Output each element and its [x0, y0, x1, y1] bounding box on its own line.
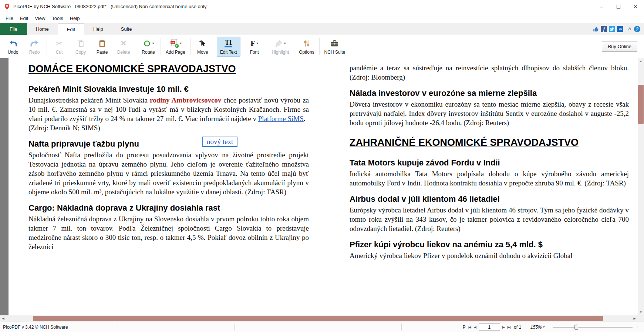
tab-home[interactable]: Home: [27, 23, 58, 35]
last-page-button[interactable]: ▶|: [507, 325, 511, 330]
svg-text:PDF: PDF: [171, 41, 175, 44]
help-glyph: ?: [636, 27, 638, 32]
options-button[interactable]: Options: [296, 37, 317, 57]
menu-help[interactable]: Help: [67, 14, 83, 23]
add-page-button[interactable]: PDF ▾ Add Page: [162, 37, 189, 57]
vertical-scrollbar-thumb[interactable]: [638, 85, 644, 124]
menu-view[interactable]: View: [31, 14, 48, 23]
next-page-button[interactable]: ▶: [502, 325, 505, 330]
article-body[interactable]: Americký výrobca liekov Pfizer v pondelo…: [350, 251, 629, 260]
toolbar-separator: [215, 38, 215, 55]
buy-online-button[interactable]: Buy Online: [602, 41, 637, 52]
sims-link[interactable]: Platforme SiMS: [258, 115, 304, 123]
twitter-icon[interactable]: [609, 26, 615, 32]
delete-label: Delete: [117, 50, 130, 55]
tab-edit[interactable]: Edit: [58, 23, 84, 35]
highlight-label: Highlight: [272, 50, 289, 55]
article-title[interactable]: Nálada investorov v eurozóne sa mierne z…: [350, 88, 629, 98]
titlebar: PicoPDF by NCH Software - 09082022.pdf* …: [0, 0, 644, 13]
add-page-caret-icon: ▾: [180, 41, 182, 45]
zoom-slider-track: [553, 327, 633, 328]
window-controls: [593, 0, 644, 13]
paste-label: Paste: [97, 50, 108, 55]
cut-button[interactable]: ✂ Cut: [48, 37, 70, 57]
horizontal-scrollbar[interactable]: ◀ ▶: [0, 315, 638, 322]
edit-text-button[interactable]: TI Edit Text: [217, 37, 240, 57]
nch-suite-icon: [330, 38, 339, 48]
delete-icon: ✕: [121, 38, 127, 48]
scroll-down-icon[interactable]: ▼: [638, 309, 644, 315]
article-body[interactable]: Dôvera investorov v ekonomiku eurozóny s…: [350, 100, 629, 127]
text-edit-box[interactable]: nový text: [202, 137, 237, 147]
close-button[interactable]: [627, 0, 644, 13]
section-heading-domestic[interactable]: DOMÁCE EKONOMICKÉ SPRAVODAJSTVO: [28, 63, 309, 75]
highlight-caret-icon: ▾: [284, 41, 286, 45]
text-edit-box-value: nový text: [207, 138, 233, 146]
add-page-label: Add Page: [166, 50, 185, 55]
article-body[interactable]: Indická automobilka Tata Motors podpísal…: [350, 169, 629, 188]
rotate-caret-icon: ▾: [152, 41, 154, 45]
zoom-level-dropdown[interactable]: 155%▾: [530, 325, 544, 330]
page-count-label: of 1: [514, 325, 521, 330]
zoom-in-button[interactable]: +: [634, 324, 640, 330]
paste-icon: [98, 38, 106, 48]
scroll-up-icon[interactable]: ▲: [638, 58, 644, 64]
linkedin-icon[interactable]: in: [617, 26, 623, 32]
highlight-button[interactable]: ▾ Highlight: [269, 37, 293, 57]
article-body[interactable]: Nákladná železničná doprava z Ukrajiny n…: [28, 214, 309, 251]
minimize-button[interactable]: [593, 0, 610, 13]
facebook-icon[interactable]: f: [601, 26, 607, 32]
help-icon[interactable]: ?: [634, 26, 640, 32]
collapse-ribbon-icon[interactable]: ^: [628, 26, 631, 32]
menu-file[interactable]: File: [2, 14, 17, 23]
toolbar-separator: [350, 38, 350, 55]
move-button[interactable]: Move: [192, 37, 213, 57]
article-title[interactable]: Cargo: Nákladná doprava z Ukrajiny dosia…: [28, 203, 309, 213]
delete-button[interactable]: ✕ Delete: [113, 37, 134, 57]
prev-page-button[interactable]: ◀: [473, 325, 477, 330]
article-body[interactable]: Dunajskostredská pekáreň Minit Slovakia …: [28, 95, 309, 123]
article-title[interactable]: Tata Motors kupuje závod Fordu v Indii: [350, 158, 629, 168]
vertical-scrollbar[interactable]: ▲ ▼: [638, 58, 644, 315]
copy-button[interactable]: Copy: [70, 37, 91, 57]
tab-help[interactable]: Help: [84, 23, 112, 35]
redo-button[interactable]: Redo: [24, 37, 45, 57]
rotate-button[interactable]: ▾ Rotate: [138, 37, 159, 57]
undo-button[interactable]: Undo: [2, 37, 24, 57]
menu-tools[interactable]: Tools: [48, 14, 66, 23]
font-button[interactable]: F ▾ Font: [244, 37, 265, 57]
edit-text-label: Edit Text: [220, 50, 237, 55]
page-number-input[interactable]: [479, 323, 500, 331]
zoom-out-button[interactable]: −: [546, 324, 552, 330]
tab-suite[interactable]: Suite: [112, 23, 141, 35]
nch-suite-button[interactable]: NCH Suite: [321, 37, 349, 57]
article-title[interactable]: Nafta pripravuje ťažbu plynu: [28, 139, 309, 149]
rotate-icon: ▾: [143, 38, 154, 48]
scroll-left-icon[interactable]: ◀: [0, 315, 6, 322]
article-body[interactable]: Európsky výrobca lietadiel Airbus dodal …: [350, 205, 629, 233]
font-caret-icon: ▾: [256, 41, 258, 45]
undo-label: Undo: [8, 50, 18, 55]
red-highlighted-text: rodiny Ambrovicsovcov: [150, 96, 221, 104]
zoom-slider[interactable]: [553, 324, 633, 331]
menubar: File Edit View Tools Help: [0, 13, 644, 23]
statusbar-divider: [118, 323, 118, 331]
horizontal-scrollbar-thumb[interactable]: [33, 316, 603, 321]
scroll-right-icon[interactable]: ▶: [631, 315, 638, 322]
like-icon[interactable]: [593, 26, 599, 32]
zoom-slider-thumb[interactable]: [574, 325, 578, 330]
article-title[interactable]: Pekáreň Minit Slovakia investuje 10 mil.…: [28, 84, 309, 94]
maximize-button[interactable]: [610, 0, 627, 13]
body-text: .: [304, 115, 306, 123]
move-icon: [199, 38, 207, 48]
first-page-button[interactable]: |◀: [468, 325, 472, 330]
paste-button[interactable]: Paste: [91, 37, 113, 57]
tab-file[interactable]: File: [0, 23, 27, 35]
article-body[interactable]: Spoločnosť Nafta predložila do procesu p…: [28, 150, 309, 197]
menu-edit[interactable]: Edit: [17, 14, 31, 23]
continuation-paragraph[interactable]: pandémie a teraz sa sústreďuje na reinve…: [350, 63, 629, 82]
section-heading-foreign[interactable]: ZAHRANIČNÉ EKONOMICKÉ SPRAVODAJSTVO: [350, 137, 629, 148]
article-title[interactable]: Airbus dodal v júli klientom 46 lietadie…: [350, 194, 629, 204]
source-line[interactable]: (Zdroj: Denník N; SIMS): [28, 123, 309, 133]
article-title[interactable]: Pfizer kúpi výrobcu liekov na anémiu za …: [350, 240, 629, 249]
